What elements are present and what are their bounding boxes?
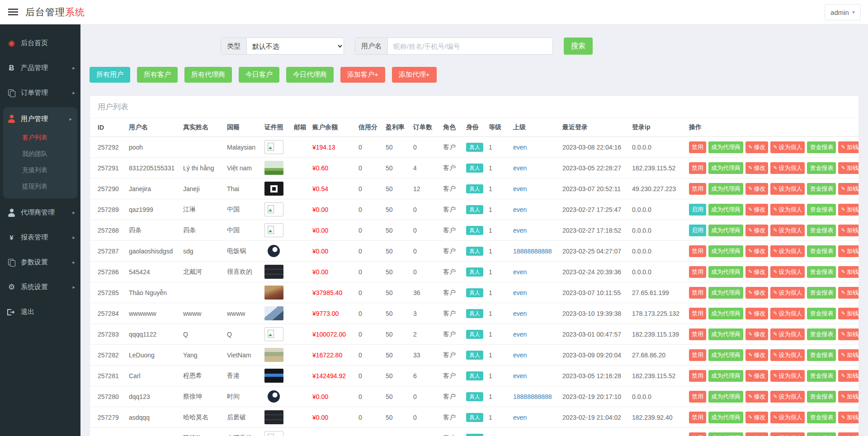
become-agent-button[interactable]: 成为代理商	[708, 328, 743, 340]
parent-link[interactable]: even	[513, 331, 527, 338]
parent-link[interactable]: even	[513, 310, 527, 317]
fund-report-button[interactable]: 资金报表	[807, 141, 836, 153]
set-fake-button[interactable]: ✎设为假人	[770, 287, 805, 299]
parent-link[interactable]: even	[513, 144, 527, 151]
fund-report-button[interactable]: 资金报表	[807, 412, 836, 423]
fund-report-button[interactable]: 资金报表	[807, 308, 836, 319]
edit-button[interactable]: ✎修改	[745, 225, 768, 236]
set-fake-button[interactable]: ✎设为假人	[770, 245, 805, 257]
sidebar-item-params[interactable]: 参数设置▸	[0, 250, 80, 275]
status-toggle-button[interactable]: 禁用	[689, 287, 706, 299]
add-money-button[interactable]: ✎加钱	[838, 412, 859, 423]
certificate-photo[interactable]	[264, 348, 283, 362]
become-agent-button[interactable]: 成为代理商	[708, 391, 743, 403]
add-money-button[interactable]: ✎加钱	[838, 308, 859, 319]
add-agent-button[interactable]: 添加代理+	[392, 67, 437, 83]
edit-button[interactable]: ✎修改	[745, 141, 768, 153]
edit-button[interactable]: ✎修改	[745, 308, 768, 319]
fund-report-button[interactable]: 资金报表	[807, 225, 836, 236]
set-fake-button[interactable]: ✎设为假人	[770, 266, 805, 278]
all-users-button[interactable]: 所有用户	[90, 67, 130, 83]
certificate-photo[interactable]	[264, 182, 283, 196]
set-fake-button[interactable]: ✎设为假人	[770, 328, 805, 340]
parent-link[interactable]: even	[513, 164, 527, 172]
sidebar-item-system[interactable]: 系统设置▸	[0, 275, 80, 300]
add-money-button[interactable]: ✎加钱	[838, 328, 859, 340]
add-customer-button[interactable]: 添加客户+	[340, 67, 385, 83]
parent-link[interactable]: even	[513, 352, 527, 359]
edit-button[interactable]: ✎修改	[745, 204, 768, 216]
sidebar-subitem-customer-list[interactable]: 客户列表	[3, 130, 77, 146]
set-fake-button[interactable]: ✎设为假人	[770, 308, 805, 319]
become-agent-button[interactable]: 成为代理商	[708, 183, 743, 195]
certificate-photo[interactable]	[264, 140, 283, 154]
status-toggle-button[interactable]: 启用	[689, 225, 706, 236]
fund-report-button[interactable]: 资金报表	[807, 162, 836, 174]
parent-link[interactable]: even	[513, 372, 527, 380]
add-money-button[interactable]: ✎加钱	[838, 162, 859, 174]
parent-link[interactable]: even	[513, 185, 527, 192]
status-toggle-button[interactable]: 禁用	[689, 432, 706, 436]
status-toggle-button[interactable]: 禁用	[689, 391, 706, 403]
status-toggle-button[interactable]: 禁用	[689, 266, 706, 278]
add-money-button[interactable]: ✎加钱	[838, 391, 859, 403]
status-toggle-button[interactable]: 禁用	[689, 370, 706, 382]
edit-button[interactable]: ✎修改	[745, 391, 768, 403]
add-money-button[interactable]: ✎加钱	[838, 287, 859, 299]
status-toggle-button[interactable]: 禁用	[689, 245, 706, 257]
certificate-photo[interactable]	[264, 431, 283, 436]
set-fake-button[interactable]: ✎设为假人	[770, 162, 805, 174]
sidebar-subitem-recharge-list[interactable]: 充值列表	[3, 162, 77, 178]
parent-link[interactable]: even	[513, 435, 527, 436]
edit-button[interactable]: ✎修改	[745, 183, 768, 195]
menu-toggle-icon[interactable]	[8, 9, 18, 15]
set-fake-button[interactable]: ✎设为假人	[770, 141, 805, 153]
sidebar-item-users[interactable]: 用户管理▸	[3, 108, 77, 130]
add-money-button[interactable]: ✎加钱	[838, 225, 859, 236]
become-agent-button[interactable]: 成为代理商	[708, 432, 743, 436]
add-money-button[interactable]: ✎加钱	[838, 204, 859, 216]
become-agent-button[interactable]: 成为代理商	[708, 162, 743, 174]
all-agents-button[interactable]: 所有代理商	[184, 67, 232, 83]
status-toggle-button[interactable]: 启用	[689, 204, 706, 216]
certificate-photo[interactable]	[264, 389, 283, 403]
set-fake-button[interactable]: ✎设为假人	[770, 391, 805, 403]
become-agent-button[interactable]: 成为代理商	[708, 370, 743, 382]
become-agent-button[interactable]: 成为代理商	[708, 141, 743, 153]
status-toggle-button[interactable]: 禁用	[689, 328, 706, 340]
become-agent-button[interactable]: 成为代理商	[708, 287, 743, 299]
certificate-photo[interactable]	[264, 327, 283, 341]
fund-report-button[interactable]: 资金报表	[807, 432, 836, 436]
add-money-button[interactable]: ✎加钱	[838, 183, 859, 195]
sidebar-item-logout[interactable]: 退出	[0, 300, 80, 324]
become-agent-button[interactable]: 成为代理商	[708, 204, 743, 216]
status-toggle-button[interactable]: 禁用	[689, 308, 706, 319]
add-money-button[interactable]: ✎加钱	[838, 141, 859, 153]
become-agent-button[interactable]: 成为代理商	[708, 349, 743, 361]
become-agent-button[interactable]: 成为代理商	[708, 412, 743, 423]
fund-report-button[interactable]: 资金报表	[807, 245, 836, 257]
today-agents-button[interactable]: 今日代理商	[286, 67, 334, 83]
become-agent-button[interactable]: 成为代理商	[708, 245, 743, 257]
status-toggle-button[interactable]: 禁用	[689, 162, 706, 174]
fund-report-button[interactable]: 资金报表	[807, 370, 836, 382]
all-customers-button[interactable]: 所有客户	[137, 67, 178, 83]
certificate-photo[interactable]	[264, 202, 283, 216]
certificate-photo[interactable]	[264, 286, 283, 300]
fund-report-button[interactable]: 资金报表	[807, 328, 836, 340]
edit-button[interactable]: ✎修改	[745, 432, 768, 436]
add-money-button[interactable]: ✎加钱	[838, 266, 859, 278]
add-money-button[interactable]: ✎加钱	[838, 432, 859, 436]
edit-button[interactable]: ✎修改	[745, 266, 768, 278]
fund-report-button[interactable]: 资金报表	[807, 287, 836, 299]
certificate-photo[interactable]	[264, 369, 283, 383]
become-agent-button[interactable]: 成为代理商	[708, 308, 743, 319]
parent-link[interactable]: 18888888888	[513, 393, 552, 400]
parent-link[interactable]: even	[513, 206, 527, 213]
certificate-photo[interactable]	[264, 265, 283, 279]
certificate-photo[interactable]	[264, 306, 283, 320]
search-button[interactable]: 搜索	[564, 38, 593, 55]
user-menu[interactable]: admin ▾	[825, 4, 861, 20]
set-fake-button[interactable]: ✎设为假人	[770, 225, 805, 236]
fund-report-button[interactable]: 资金报表	[807, 349, 836, 361]
